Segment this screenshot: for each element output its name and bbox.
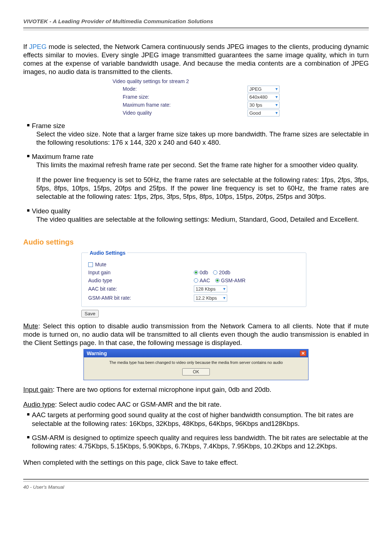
- video-max-frame-rate-value: 30 fps: [249, 102, 262, 108]
- warning-body: The media type has been changed to video…: [84, 357, 308, 366]
- audio-type-aac-radio[interactable]: AAC: [194, 278, 210, 283]
- save-button[interactable]: Save: [81, 310, 99, 317]
- input-gain-term: Input gain: [23, 386, 53, 393]
- radio-dot-icon: [194, 270, 198, 275]
- aac-bit-rate-label: AAC bit rate:: [88, 286, 194, 292]
- max-frame-rate-body1: This limits the maximal refresh frame ra…: [36, 161, 369, 169]
- chevron-down-icon: ▾: [275, 110, 278, 115]
- chevron-down-icon: ▾: [275, 102, 278, 107]
- bullet-icon: ■: [27, 153, 30, 159]
- audio-type-aac-label: AAC: [200, 278, 210, 283]
- input-gain-20db-label: 20db: [219, 270, 230, 275]
- warning-ok-button[interactable]: OK: [182, 368, 209, 376]
- video-frame-size-label: Frame size:: [123, 94, 248, 100]
- input-gain-body: : There are two options for external mic…: [53, 386, 271, 393]
- footer-rule-2: [23, 481, 369, 481]
- video-quality-row: Video quality Good▾: [113, 110, 279, 116]
- aac-bit-rate-select[interactable]: 128 Kbps▾: [194, 286, 227, 292]
- chevron-down-icon: ▾: [223, 295, 225, 300]
- video-max-frame-rate-label: Maximum frame rate:: [123, 102, 248, 108]
- audio-type-body: : Select audio codec AAC or GSM-AMR and …: [55, 401, 221, 408]
- video-frame-size-select[interactable]: 640x480▾: [248, 94, 279, 100]
- video-quality-label: Video quality: [123, 110, 248, 116]
- audio-type-gsmamr-label: GSM-AMR: [221, 278, 246, 283]
- mute-body: : Select this option to disable audio tr…: [23, 322, 369, 346]
- max-frame-rate-bullet: ■ Maximum frame rate: [23, 152, 369, 161]
- video-quality-select[interactable]: Good▾: [248, 110, 279, 116]
- input-gain-0db-label: 0db: [200, 270, 208, 275]
- max-frame-rate-body2: If the power line frequency is set to 50…: [36, 176, 369, 201]
- gsm-bit-rate-label: GSM-AMR bit rate:: [88, 295, 194, 301]
- gsm-bit-rate-select[interactable]: 12.2 Kbps▾: [194, 295, 227, 301]
- footer-rule-1: [23, 479, 369, 480]
- audio-settings-heading: Audio settings: [23, 238, 369, 246]
- gsm-bit-rate-value: 12.2 Kbps: [196, 295, 217, 301]
- mute-checkbox[interactable]: [88, 262, 93, 267]
- chevron-down-icon: ▾: [223, 286, 225, 291]
- audio-type-gsmamr-radio[interactable]: GSM-AMR: [215, 278, 246, 283]
- audio-type-row: Audio type AAC GSM-AMR: [88, 278, 299, 283]
- input-gain-20db-radio[interactable]: 20db: [213, 270, 230, 275]
- header-rule-1: [23, 28, 369, 28]
- warning-dialog: Warning ✕ The media type has been change…: [83, 349, 309, 380]
- video-mode-value: JPEG: [249, 86, 262, 92]
- mute-label: Mute: [95, 262, 106, 267]
- chevron-down-icon: ▾: [275, 86, 278, 91]
- mute-term: Mute: [23, 322, 38, 330]
- aac-bullet: ■ AAC targets at performing good sound q…: [23, 411, 369, 427]
- video-settings-title: Video quality settings for stream 2: [113, 78, 279, 84]
- bullet-icon: ■: [27, 122, 30, 128]
- video-max-frame-rate-select[interactable]: 30 fps▾: [248, 102, 279, 108]
- aac-bit-rate-row: AAC bit rate: 128 Kbps▾: [88, 286, 299, 292]
- audio-type-label: Audio type: [88, 278, 194, 283]
- video-mode-select[interactable]: JPEG▾: [248, 86, 279, 93]
- frame-size-heading: Frame size: [32, 122, 369, 130]
- video-mode-label: Mode:: [123, 86, 248, 92]
- aac-bullet-body: AAC targets at performing good sound qua…: [32, 411, 369, 427]
- intro-paragraph: If JPEG mode is selected, the Network Ca…: [23, 42, 369, 76]
- closing-paragraph: When completed with the settings on this…: [23, 458, 369, 467]
- audio-type-term: Audio type: [23, 401, 55, 408]
- radio-dot-icon: [194, 278, 198, 283]
- input-gain-label: Input gain: [88, 270, 194, 275]
- video-frame-size-row: Frame size: 640x480▾: [113, 94, 279, 100]
- mute-paragraph: Mute: Select this option to disable audi…: [23, 322, 369, 347]
- frame-size-body: Select the video size. Note that a large…: [36, 130, 369, 147]
- audio-type-paragraph: Audio type: Select audio codec AAC or GS…: [23, 400, 369, 409]
- aac-bit-rate-value: 128 Kbps: [196, 286, 216, 292]
- gsm-bit-rate-row: GSM-AMR bit rate: 12.2 Kbps▾: [88, 295, 299, 301]
- video-mode-row: Mode: JPEG▾: [113, 86, 279, 93]
- video-quality-heading: Video quality: [32, 207, 369, 215]
- video-max-frame-rate-row: Maximum frame rate: 30 fps▾: [113, 102, 279, 108]
- chevron-down-icon: ▾: [275, 94, 278, 99]
- page-header: VIVOTEK - A Leading Provider of Multimed…: [23, 18, 369, 28]
- input-gain-row: Input gain 0db 20db: [88, 270, 299, 275]
- close-icon[interactable]: ✕: [300, 350, 306, 356]
- intro-rest: mode is selected, the Network Camera con…: [23, 43, 369, 75]
- audio-settings-panel: Audio Settings Mute Input gain 0db 20db …: [81, 250, 306, 307]
- video-quality-settings: Video quality settings for stream 2 Mode…: [113, 78, 279, 116]
- max-frame-rate-heading: Maximum frame rate: [32, 152, 369, 161]
- intro-prefix: If: [23, 43, 29, 50]
- warning-titlebar: Warning ✕: [84, 349, 308, 357]
- bullet-icon: ■: [27, 434, 30, 440]
- video-quality-value: Good: [249, 110, 261, 116]
- radio-dot-icon: [215, 278, 220, 283]
- header-rule-2: [23, 30, 369, 30]
- radio-dot-icon: [213, 270, 217, 275]
- input-gain-paragraph: Input gain: There are two options for ex…: [23, 385, 369, 394]
- audio-settings-legend: Audio Settings: [88, 250, 127, 256]
- bullet-icon: ■: [27, 208, 30, 213]
- gsm-bullet: ■ GSM-ARM is designed to optimize speech…: [23, 434, 369, 450]
- gsm-bullet-body: GSM-ARM is designed to optimize speech q…: [32, 434, 369, 450]
- input-gain-0db-radio[interactable]: 0db: [194, 270, 208, 275]
- frame-size-bullet: ■ Frame size: [23, 122, 369, 130]
- footer-page-number: 40 - User's Manual: [23, 484, 369, 490]
- jpeg-link[interactable]: JPEG: [29, 43, 46, 50]
- video-quality-bullet: ■ Video quality: [23, 207, 369, 215]
- video-quality-body: The video qualities are selectable at th…: [36, 215, 369, 223]
- video-frame-size-value: 640x480: [249, 94, 268, 100]
- bullet-icon: ■: [27, 411, 30, 417]
- warning-title: Warning: [87, 350, 107, 356]
